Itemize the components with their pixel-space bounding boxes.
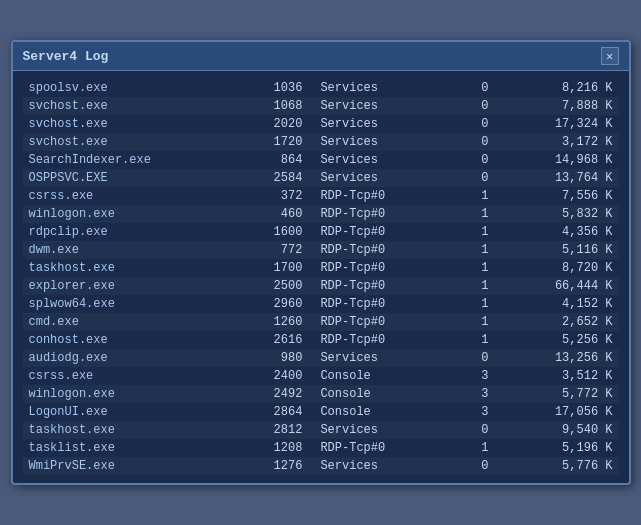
table-row: csrss.exe372RDP-Tcp#017,556 K	[23, 187, 619, 205]
table-row: WmiPrvSE.exe1276Services05,776 K	[23, 457, 619, 475]
title-bar: Server4 Log ✕	[13, 42, 629, 71]
table-row: dwm.exe772RDP-Tcp#015,116 K	[23, 241, 619, 259]
table-row: winlogon.exe2492Console35,772 K	[23, 385, 619, 403]
table-row: taskhost.exe2812Services09,540 K	[23, 421, 619, 439]
table-row: winlogon.exe460RDP-Tcp#015,832 K	[23, 205, 619, 223]
table-row: splwow64.exe2960RDP-Tcp#014,152 K	[23, 295, 619, 313]
table-row: svchost.exe1720Services03,172 K	[23, 133, 619, 151]
table-row: LogonUI.exe2864Console317,056 K	[23, 403, 619, 421]
table-row: SearchIndexer.exe864Services014,968 K	[23, 151, 619, 169]
process-list-content: spoolsv.exe1036Services08,216 Ksvchost.e…	[13, 71, 629, 483]
close-button[interactable]: ✕	[601, 47, 619, 65]
table-row: OSPPSVC.EXE2584Services013,764 K	[23, 169, 619, 187]
server-log-window: Server4 Log ✕ spoolsv.exe1036Services08,…	[11, 40, 631, 485]
process-table: spoolsv.exe1036Services08,216 Ksvchost.e…	[23, 79, 619, 475]
window-title: Server4 Log	[23, 49, 109, 64]
table-row: rdpclip.exe1600RDP-Tcp#014,356 K	[23, 223, 619, 241]
table-row: audiodg.exe980Services013,256 K	[23, 349, 619, 367]
table-row: taskhost.exe1700RDP-Tcp#018,720 K	[23, 259, 619, 277]
table-row: cmd.exe1260RDP-Tcp#012,652 K	[23, 313, 619, 331]
table-row: explorer.exe2500RDP-Tcp#0166,444 K	[23, 277, 619, 295]
table-row: svchost.exe2020Services017,324 K	[23, 115, 619, 133]
table-row: svchost.exe1068Services07,888 K	[23, 97, 619, 115]
table-row: tasklist.exe1208RDP-Tcp#015,196 K	[23, 439, 619, 457]
table-row: csrss.exe2400Console33,512 K	[23, 367, 619, 385]
table-row: conhost.exe2616RDP-Tcp#015,256 K	[23, 331, 619, 349]
table-row: spoolsv.exe1036Services08,216 K	[23, 79, 619, 97]
